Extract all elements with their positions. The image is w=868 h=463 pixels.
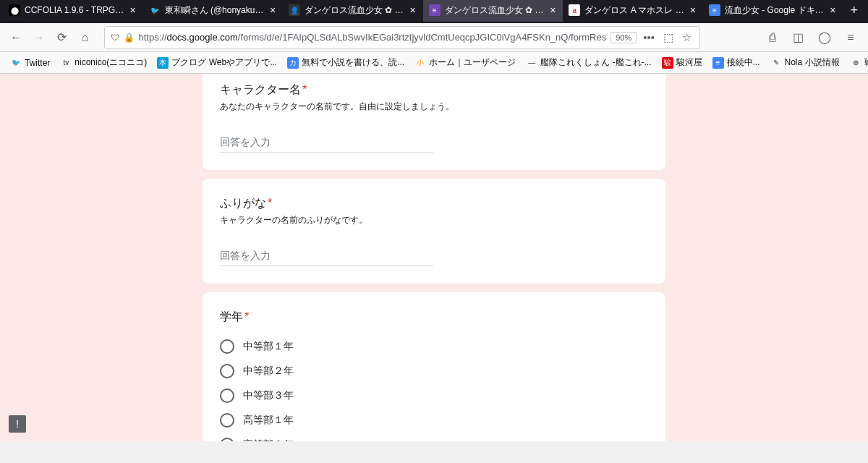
tab-title: ダンゲロス A マホスレ - 14240040	[584, 4, 684, 17]
page-actions-icon[interactable]: •••	[641, 31, 657, 43]
account-icon[interactable]: ◯	[813, 26, 836, 49]
bookmark-label: 戦闘破壊学園ダンゲロス...	[864, 56, 868, 69]
bookmark-label: ブクログ Webやアプリで...	[171, 56, 277, 69]
tab-title: 東和瞬さん (@honyakushiya) /	[165, 4, 264, 17]
radio-icon	[220, 339, 234, 354]
tab-favicon-icon: a	[569, 4, 580, 16]
bookmark-favicon-icon: 🐦	[10, 57, 22, 69]
bookmark-favicon-icon: 駿	[662, 57, 673, 69]
bookmarks-toolbar: 🐦Twittertvniconico(ニコニコ)本ブクログ Webやアプリで..…	[0, 52, 868, 74]
bookmark-favicon-icon: カ	[287, 57, 299, 69]
tab-title: 流血少女 - Google ドキュメント	[725, 4, 824, 17]
feedback-button[interactable]: !	[9, 415, 26, 433]
library-icon[interactable]: ⎙	[761, 26, 784, 49]
radio-label: 高等部１年	[243, 414, 294, 427]
bookmark-item-2[interactable]: 本ブクログ Webやアプリで...	[153, 54, 281, 71]
shield-icon: 🛡	[111, 33, 119, 43]
lock-icon: 🔒	[124, 33, 135, 43]
question-card-grade: 学年* 中等部１年中等部２年中等部３年高等部１年高等部２年高等部３年その他:	[203, 292, 665, 441]
bookmark-label: niconico(ニコニコ)	[75, 56, 147, 69]
zoom-badge[interactable]: 90%	[610, 32, 637, 43]
back-button[interactable]: ←	[6, 26, 26, 49]
tab-close-icon[interactable]: ×	[548, 4, 557, 16]
tab-4[interactable]: aダンゲロス A マホスレ - 14240040×	[563, 0, 703, 22]
tab-favicon-icon: ≡	[429, 4, 441, 16]
radio-icon	[220, 388, 234, 403]
bookmark-favicon-icon: tv	[60, 57, 72, 69]
radio-label: 中等部１年	[243, 340, 294, 353]
bookmark-favicon-icon: 小	[414, 57, 426, 69]
tab-close-icon[interactable]: ×	[128, 4, 137, 16]
question-title: 学年*	[220, 310, 648, 325]
radio-icon	[220, 364, 234, 378]
bookmark-item-0[interactable]: 🐦Twitter	[6, 55, 54, 71]
tab-0[interactable]: ⬤CCFOLIA 1.9.6 - TRPGオンライン×	[3, 0, 143, 22]
tab-5[interactable]: ≡流血少女 - Google ドキュメント×	[703, 0, 843, 22]
url-bar[interactable]: 🛡 🔒 https://docs.google.com/forms/d/e/1F…	[104, 26, 700, 49]
radio-icon	[220, 413, 234, 428]
tab-title: ダンゲロス流血少女 ✿ Girls and	[305, 4, 404, 17]
bookmark-item-5[interactable]: —艦隊これくしょん -艦これ-...	[522, 54, 655, 71]
tab-2[interactable]: 👤ダンゲロス流血少女 ✿ Girls and×	[283, 0, 423, 22]
answer-input[interactable]: 回答を入力	[220, 247, 433, 266]
tab-favicon-icon: 👤	[289, 4, 300, 16]
radio-icon	[220, 438, 234, 441]
bookmark-favicon-icon: ⊕	[850, 57, 861, 69]
bookmark-favicon-icon: 本	[157, 57, 169, 69]
bookmark-label: ホーム｜ユーザページ	[429, 56, 516, 69]
app-menu-icon[interactable]: ≡	[839, 26, 862, 49]
nav-toolbar: ← → ⟳ ⌂ 🛡 🔒 https://docs.google.com/form…	[0, 23, 868, 52]
radio-label: 中等部３年	[243, 389, 294, 402]
new-tab-button[interactable]: +	[843, 3, 865, 18]
answer-input[interactable]: 回答を入力	[220, 133, 433, 153]
radio-option-4[interactable]: 高等部２年	[220, 438, 648, 441]
url-text: https://docs.google.com/forms/d/e/1FAIpQ…	[139, 32, 607, 43]
radio-label: 高等部２年	[243, 438, 294, 441]
radio-option-1[interactable]: 中等部２年	[220, 364, 648, 378]
bookmark-favicon-icon: ≡	[712, 57, 724, 69]
radio-option-2[interactable]: 中等部３年	[220, 388, 648, 403]
tab-close-icon[interactable]: ×	[409, 4, 417, 16]
tab-bar: ⬤CCFOLIA 1.9.6 - TRPGオンライン×🐦東和瞬さん (@hony…	[0, 0, 868, 23]
bookmark-item-3[interactable]: カ無料で小説を書ける、読...	[283, 54, 409, 71]
bookmark-item-4[interactable]: 小ホーム｜ユーザページ	[410, 54, 520, 71]
tab-close-icon[interactable]: ×	[828, 4, 837, 16]
tab-title: CCFOLIA 1.9.6 - TRPGオンライン	[25, 4, 124, 17]
tab-favicon-icon: ≡	[709, 4, 720, 16]
bookmark-star-icon[interactable]: ☆	[680, 31, 694, 44]
tab-close-icon[interactable]: ×	[689, 4, 697, 16]
question-card-furigana: ふりがな* キャラクターの名前のふりがなです。 回答を入力	[203, 179, 665, 284]
bookmark-item-6[interactable]: 駿駿河屋	[658, 54, 707, 71]
bookmark-label: 無料で小説を書ける、読...	[302, 56, 404, 69]
tab-favicon-icon: ⬤	[9, 4, 20, 16]
bookmark-favicon-icon: ✎	[770, 57, 782, 69]
reload-button[interactable]: ⟳	[52, 26, 72, 49]
sidebar-icon[interactable]: ◫	[787, 26, 810, 49]
bookmark-item-1[interactable]: tvniconico(ニコニコ)	[56, 54, 151, 71]
radio-option-0[interactable]: 中等部１年	[220, 339, 648, 354]
question-title: キャラクター名*	[220, 82, 648, 98]
question-card-name: キャラクター名* あなたのキャラクターの名前です。自由に設定しましょう。 回答を…	[203, 74, 665, 170]
reader-icon[interactable]: ⬚	[661, 31, 676, 44]
tab-title: ダンゲロス流血少女 ✿ Girls and	[445, 4, 544, 17]
forward-button: →	[29, 26, 49, 49]
bookmark-label: 接続中...	[727, 56, 760, 69]
question-description: あなたのキャラクターの名前です。自由に設定しましょう。	[220, 101, 648, 113]
tab-3[interactable]: ≡ダンゲロス流血少女 ✿ Girls and×	[423, 0, 563, 22]
tab-1[interactable]: 🐦東和瞬さん (@honyakushiya) /×	[143, 0, 284, 22]
bookmark-label: 駿河屋	[676, 56, 702, 69]
bookmark-label: 艦隊これくしょん -艦これ-...	[540, 56, 651, 69]
tab-close-icon[interactable]: ×	[268, 4, 277, 16]
bookmark-item-7[interactable]: ≡接続中...	[708, 54, 765, 71]
question-description: キャラクターの名前のふりがなです。	[220, 214, 648, 226]
bookmark-item-9[interactable]: ⊕戦闘破壊学園ダンゲロス...	[846, 54, 868, 71]
home-button[interactable]: ⌂	[75, 26, 95, 49]
radio-label: 中等部２年	[243, 365, 294, 378]
bookmark-label: Twitter	[25, 58, 50, 68]
bookmark-favicon-icon: —	[526, 57, 537, 69]
tab-favicon-icon: 🐦	[149, 4, 161, 16]
radio-option-3[interactable]: 高等部１年	[220, 413, 648, 428]
bookmark-item-8[interactable]: ✎Nola 小説情報	[766, 54, 844, 71]
question-title: ふりがな*	[220, 196, 648, 211]
page-content: キャラクター名* あなたのキャラクターの名前です。自由に設定しましょう。 回答を…	[0, 74, 868, 441]
